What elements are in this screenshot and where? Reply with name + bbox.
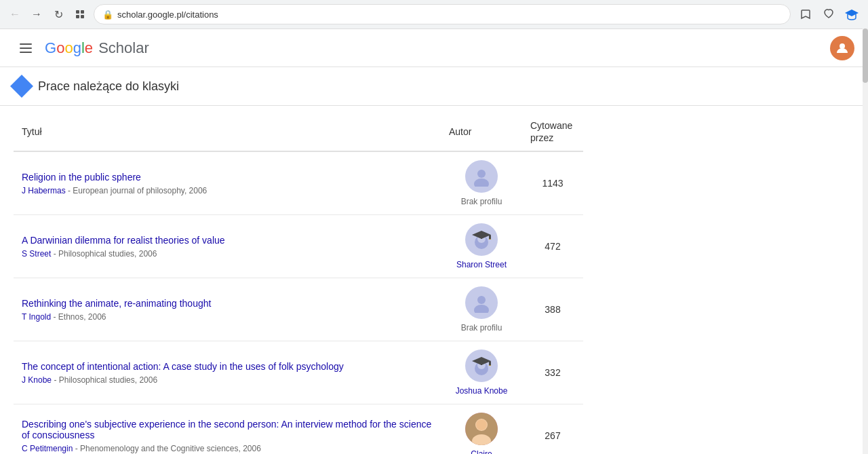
svg-rect-6	[20, 48, 32, 49]
col-autor: Autor	[441, 113, 522, 151]
page-header: Prace należące do klasyki	[0, 67, 868, 106]
title-cell: The concept of intentional action: A cas…	[14, 341, 441, 404]
article-title-link[interactable]: Religion in the public sphere	[22, 172, 433, 183]
article-meta: S Street - Philosophical studies, 2006	[22, 249, 157, 259]
author-link[interactable]: J Knobe	[22, 375, 52, 385]
svg-point-8	[840, 43, 845, 49]
citations-table: Tytuł Autor Cytowaneprzez Religion in th…	[14, 113, 583, 454]
article-meta: J Habermas - European journal of philoso…	[22, 186, 207, 195]
author-profile-link[interactable]: Claire	[471, 449, 492, 454]
extensions-button[interactable]	[72, 6, 88, 22]
citation-count: 472	[522, 215, 583, 278]
browser-chrome: ← → ↻ 🔒 scholar.google.pl/citations	[0, 0, 868, 29]
title-cell: Rethinking the animate, re-animating tho…	[14, 278, 441, 341]
author-cell: Brak profilu	[441, 278, 522, 341]
scrollbar-thumb[interactable]	[863, 29, 868, 83]
title-cell: Religion in the public sphere J Habermas…	[14, 151, 441, 215]
svg-rect-0	[76, 10, 79, 14]
url-text: scholar.google.pl/citations	[117, 10, 782, 20]
svg-rect-3	[81, 15, 84, 18]
article-title-link[interactable]: Describing one's subjective experience i…	[22, 419, 433, 440]
diamond-icon	[10, 75, 33, 98]
article-meta: J Knobe - Philosophical studies, 2006	[22, 375, 157, 385]
heart-icon[interactable]	[819, 5, 838, 24]
svg-point-19	[474, 305, 489, 313]
svg-rect-2	[76, 15, 79, 18]
svg-rect-26	[490, 365, 491, 366]
no-profile-label: Brak profilu	[461, 197, 502, 206]
author-scholar-avatar	[465, 349, 498, 382]
article-title-link[interactable]: The concept of intentional action: A cas…	[22, 361, 433, 372]
svg-rect-17	[490, 239, 491, 240]
svg-rect-5	[20, 43, 32, 45]
author-link[interactable]: T Ingold	[22, 312, 51, 322]
svg-point-18	[477, 296, 486, 304]
citation-count: 388	[522, 278, 583, 341]
svg-rect-16	[489, 235, 491, 240]
svg-point-9	[477, 170, 486, 178]
address-bar[interactable]: 🔒 scholar.google.pl/citations	[94, 4, 791, 24]
article-meta: C Petitmengin - Phenomenology and the Co…	[22, 444, 261, 453]
no-profile-avatar	[465, 160, 498, 193]
browser-toolbar: ← → ↻ 🔒 scholar.google.pl/citations	[0, 0, 868, 29]
forward-button[interactable]: →	[28, 6, 45, 22]
main-content: Tytuł Autor Cytowaneprzez Religion in th…	[0, 106, 868, 454]
svg-rect-7	[20, 52, 32, 53]
table-row: The concept of intentional action: A cas…	[14, 341, 583, 404]
lock-icon: 🔒	[102, 10, 113, 20]
table-header: Tytuł Autor Cytowaneprzez	[14, 113, 583, 151]
svg-rect-24	[481, 361, 482, 365]
author-cell: Claire	[441, 404, 522, 454]
author-cell: Brak profilu	[441, 151, 522, 215]
scholar-cap-icon[interactable]	[842, 5, 861, 24]
svg-rect-15	[481, 235, 482, 239]
svg-point-10	[474, 178, 489, 187]
back-button[interactable]: ←	[7, 6, 23, 22]
table-row: Religion in the public sphere J Habermas…	[14, 151, 583, 215]
citations-tbody: Religion in the public sphere J Habermas…	[14, 151, 583, 454]
citation-count: 332	[522, 341, 583, 404]
author-scholar-avatar	[465, 223, 498, 256]
author-profile-link[interactable]: Sharon Street	[456, 260, 507, 269]
scrollbar-track[interactable]	[863, 29, 868, 454]
author-profile-link[interactable]: Joshua Knobe	[456, 386, 508, 396]
page-title: Prace należące do klasyki	[38, 79, 179, 94]
citation-count: 267	[522, 404, 583, 454]
no-profile-avatar	[465, 286, 498, 319]
svg-rect-1	[81, 10, 84, 14]
col-title: Tytuł	[14, 113, 441, 151]
user-avatar[interactable]	[830, 36, 854, 60]
no-profile-label: Brak profilu	[461, 323, 502, 333]
bookmark-icon[interactable]	[796, 5, 815, 24]
article-title-link[interactable]: Rethinking the animate, re-animating tho…	[22, 298, 433, 309]
google-logo-text: Google	[45, 39, 93, 57]
article-meta: T Ingold - Ethnos, 2006	[22, 312, 106, 322]
author-cell: Sharon Street	[441, 215, 522, 278]
col-cytowane: Cytowaneprzez	[522, 113, 583, 151]
scholar-header: Google Scholar	[0, 29, 868, 67]
title-cell: Describing one's subjective experience i…	[14, 404, 441, 454]
author-link[interactable]: S Street	[22, 249, 51, 259]
reload-button[interactable]: ↻	[50, 6, 66, 22]
article-title-link[interactable]: A Darwinian dilemma for realist theories…	[22, 235, 433, 246]
hamburger-button[interactable]	[14, 36, 38, 60]
citation-count: 1143	[522, 151, 583, 215]
author-link[interactable]: J Habermas	[22, 186, 66, 195]
scholar-logo-text: Scholar	[94, 39, 149, 57]
table-row: Rethinking the animate, re-animating tho…	[14, 278, 583, 341]
browser-actions	[796, 5, 861, 24]
table-row: A Darwinian dilemma for realist theories…	[14, 215, 583, 278]
title-cell: A Darwinian dilemma for realist theories…	[14, 215, 441, 278]
author-cell: Joshua Knobe	[441, 341, 522, 404]
author-link[interactable]: C Petitmengin	[22, 444, 73, 453]
svg-marker-4	[845, 10, 859, 16]
table-row: Describing one's subjective experience i…	[14, 404, 583, 454]
svg-rect-25	[489, 361, 491, 366]
google-scholar-logo: Google Scholar	[45, 39, 149, 57]
svg-point-30	[476, 419, 487, 430]
author-photo	[465, 413, 498, 445]
